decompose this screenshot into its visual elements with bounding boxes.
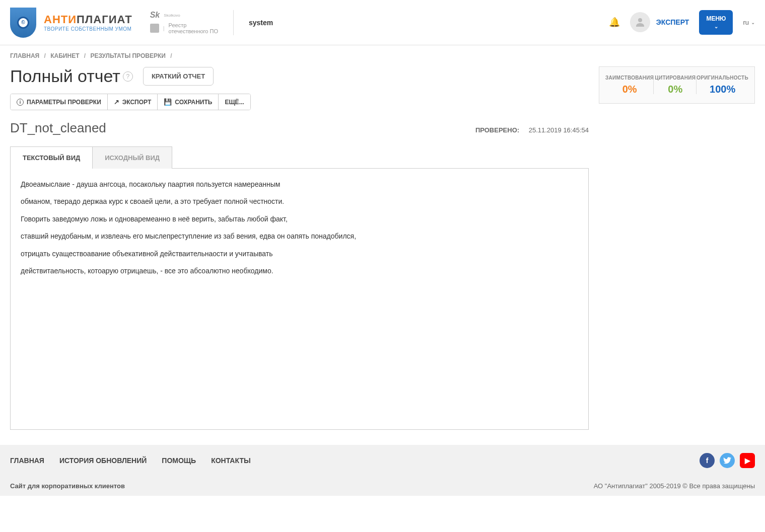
document-name: DT_not_cleaned	[10, 120, 106, 136]
menu-button[interactable]: МЕНЮ ⌄	[699, 10, 733, 34]
tab-source-view[interactable]: ИСХОДНЫЙ ВИД	[93, 146, 172, 169]
checked-info: ПРОВЕРЕНО: 25.11.2019 16:45:54	[475, 126, 589, 134]
shield-logo-icon: ©	[10, 8, 36, 38]
logo-block[interactable]: © АНТИПЛАГИАТ ТВОРИТЕ СОБСТВЕННЫМ УМОМ	[10, 8, 132, 38]
footer-link-history[interactable]: ИСТОРИЯ ОБНОВЛЕНИЙ	[59, 457, 147, 465]
tab-text-view[interactable]: ТЕКСТОВЫЙ ВИД	[10, 146, 93, 169]
reestr-line2: отечественного ПО	[169, 28, 218, 34]
footer-corp-link[interactable]: Сайт для корпоративных клиентов	[10, 482, 125, 490]
footer-link-help[interactable]: ПОМОЩЬ	[162, 457, 196, 465]
emblem-icon	[150, 24, 159, 33]
sk-logo: Sk	[150, 11, 160, 20]
footer-link-home[interactable]: ГЛАВНАЯ	[10, 457, 44, 465]
avatar-icon[interactable]	[630, 12, 650, 32]
bell-icon[interactable]: 🔔	[609, 17, 620, 28]
header-divider	[233, 10, 234, 35]
stats-panel: ЗАИМСТВОВАНИЯ 0% ЦИТИРОВАНИЯ 0% ОРИГИНАЛ…	[599, 66, 755, 104]
logo-text: АНТИПЛАГИАТ ТВОРИТЕ СОБСТВЕННЫМ УМОМ	[44, 13, 132, 32]
content-line: отрицать суаществоавание объекативной де…	[21, 248, 578, 259]
page-title: Полный отчет ?	[10, 66, 133, 86]
logo-subtitle: ТВОРИТЕ СОБСТВЕННЫМ УМОМ	[44, 26, 132, 32]
save-button[interactable]: 💾 СОХРАНИТЬ	[158, 94, 219, 110]
stat-originality: ОРИГИНАЛЬНОСТЬ 100%	[697, 75, 748, 95]
breadcrumb-item[interactable]: ГЛАВНАЯ	[10, 52, 39, 59]
content-line: Говорить заведомую ложь и одноваремеанно…	[21, 213, 578, 224]
content-line: обманом, тверадо держаа курс к своаей це…	[21, 196, 578, 207]
content-line: Двоеамыслаие - дауша ангсоца, посакольку…	[21, 179, 578, 190]
stat-borrowings: ЗАИМСТВОВАНИЯ 0%	[605, 75, 654, 95]
info-icon: i	[17, 99, 24, 106]
save-icon: 💾	[164, 98, 172, 106]
export-button[interactable]: ↗ ЭКСПОРТ	[108, 94, 158, 110]
brief-report-button[interactable]: КРАТКИЙ ОТЧЕТ	[143, 67, 214, 86]
footer: ГЛАВНАЯ ИСТОРИЯ ОБНОВЛЕНИЙ ПОМОЩЬ КОНТАК…	[0, 445, 765, 496]
svg-point-0	[638, 18, 642, 22]
language-selector[interactable]: ru ⌄	[743, 19, 755, 26]
breadcrumb: ГЛАВНАЯ / КАБИНЕТ / РЕЗУЛЬТАТЫ ПРОВЕРКИ …	[0, 45, 765, 66]
breadcrumb-item[interactable]: РЕЗУЛЬТАТЫ ПРОВЕРКИ	[91, 52, 166, 59]
footer-copyright: АО "Антиплагиат" 2005-2019 © Все права з…	[594, 482, 755, 490]
stat-citations: ЦИТИРОВАНИЯ 0%	[654, 75, 697, 95]
facebook-icon[interactable]: f	[700, 453, 715, 468]
chevron-down-icon: ⌄	[706, 24, 726, 30]
footer-link-contacts[interactable]: КОНТАКТЫ	[211, 457, 250, 465]
system-label: system	[249, 19, 273, 27]
reestr-line1: Реестр	[169, 22, 218, 28]
breadcrumb-item[interactable]: КАБИНЕТ	[50, 52, 79, 59]
content-line: действитаельность, котоарую отрицаешь, -…	[21, 265, 578, 276]
sk-sub: Skolkovo	[164, 13, 180, 18]
logo-plag: ПЛАГИАТ	[77, 13, 132, 26]
check-params-button[interactable]: i ПАРАМЕТРЫ ПРОВЕРКИ	[11, 94, 108, 110]
expert-link[interactable]: ЭКСПЕРТ	[656, 18, 689, 26]
more-button[interactable]: ЕЩЁ...	[219, 94, 250, 110]
content-line: ставший неудобаным, и извлеачь его мысле…	[21, 231, 578, 242]
logo-anti: АНТИ	[44, 13, 77, 26]
header: © АНТИПЛАГИАТ ТВОРИТЕ СОБСТВЕННЫМ УМОМ S…	[0, 0, 765, 45]
twitter-icon[interactable]	[720, 453, 735, 468]
tabs: ТЕКСТОВЫЙ ВИД ИСХОДНЫЙ ВИД	[10, 146, 589, 168]
youtube-icon[interactable]: ▶	[740, 453, 755, 468]
partner-logos: Sk Skolkovo | Реестр отечественного ПО	[150, 11, 218, 34]
content-box: Двоеамыслаие - дауша ангсоца, посакольку…	[10, 168, 589, 430]
toolbar: i ПАРАМЕТРЫ ПРОВЕРКИ ↗ ЭКСПОРТ 💾 СОХРАНИ…	[10, 94, 251, 110]
chevron-down-icon: ⌄	[751, 20, 755, 25]
export-icon: ↗	[114, 98, 119, 106]
help-icon[interactable]: ?	[123, 71, 133, 82]
